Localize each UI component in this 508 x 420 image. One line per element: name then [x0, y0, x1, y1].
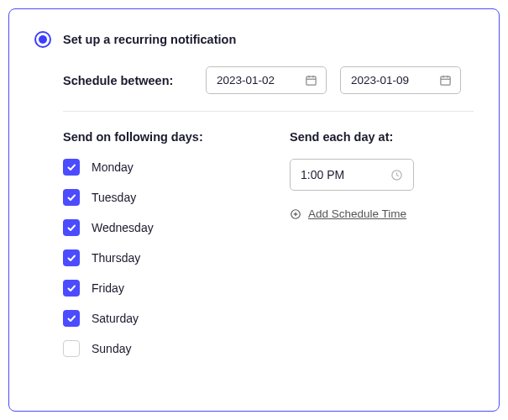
day-checkbox[interactable] [63, 280, 80, 297]
day-label: Friday [92, 281, 124, 295]
day-row: Saturday [63, 310, 256, 327]
add-schedule-time-label: Add Schedule Time [308, 207, 406, 220]
svg-rect-0 [306, 76, 316, 85]
schedule-start-date-value: 2023-01-02 [217, 74, 275, 87]
day-checkbox[interactable] [63, 219, 80, 236]
days-list: MondayTuesdayWednesdayThursdayFridaySatu… [63, 159, 256, 357]
day-checkbox[interactable] [63, 249, 80, 266]
time-column: Send each day at: 1:00 PM Add Schedule T… [290, 130, 474, 370]
recurring-option-row[interactable]: Set up a recurring notification [34, 31, 474, 48]
schedule-end-date-input[interactable]: 2023-01-09 [340, 66, 461, 94]
day-label: Thursday [92, 251, 140, 265]
day-label: Sunday [92, 342, 131, 355]
day-label: Monday [92, 160, 134, 174]
radio-selected-icon [34, 31, 51, 48]
divider [63, 111, 474, 112]
day-label: Wednesday [92, 221, 154, 234]
schedule-end-date-value: 2023-01-09 [351, 74, 409, 87]
svg-rect-4 [441, 76, 450, 85]
day-row: Wednesday [63, 219, 256, 236]
clock-icon [390, 169, 403, 181]
day-row: Monday [63, 159, 256, 176]
day-checkbox[interactable] [63, 189, 80, 206]
schedule-start-date-input[interactable]: 2023-01-02 [206, 66, 327, 94]
calendar-icon [305, 74, 317, 87]
day-row: Sunday [63, 340, 256, 357]
columns: Send on following days: MondayTuesdayWed… [63, 130, 474, 370]
day-label: Tuesday [92, 191, 136, 204]
schedule-time-input[interactable]: 1:00 PM [290, 159, 414, 191]
schedule-between-row: Schedule between: 2023-01-02 2023-01-09 [63, 66, 474, 94]
days-column: Send on following days: MondayTuesdayWed… [63, 130, 256, 370]
day-checkbox[interactable] [63, 340, 80, 357]
svg-line-10 [397, 175, 400, 176]
add-schedule-time-button[interactable]: Add Schedule Time [290, 207, 474, 220]
day-checkbox[interactable] [63, 310, 80, 327]
day-row: Tuesday [63, 189, 256, 206]
plus-circle-icon [290, 208, 301, 220]
day-checkbox[interactable] [63, 159, 80, 176]
day-row: Thursday [63, 249, 256, 266]
recurring-notification-panel: Set up a recurring notification Schedule… [8, 8, 500, 412]
time-heading: Send each day at: [290, 130, 474, 144]
schedule-between-label: Schedule between: [63, 74, 192, 87]
day-row: Friday [63, 280, 256, 297]
days-heading: Send on following days: [63, 130, 256, 144]
schedule-time-value: 1:00 PM [301, 168, 344, 181]
day-label: Saturday [92, 312, 139, 325]
calendar-icon [439, 74, 452, 87]
recurring-option-label: Set up a recurring notification [63, 33, 236, 46]
